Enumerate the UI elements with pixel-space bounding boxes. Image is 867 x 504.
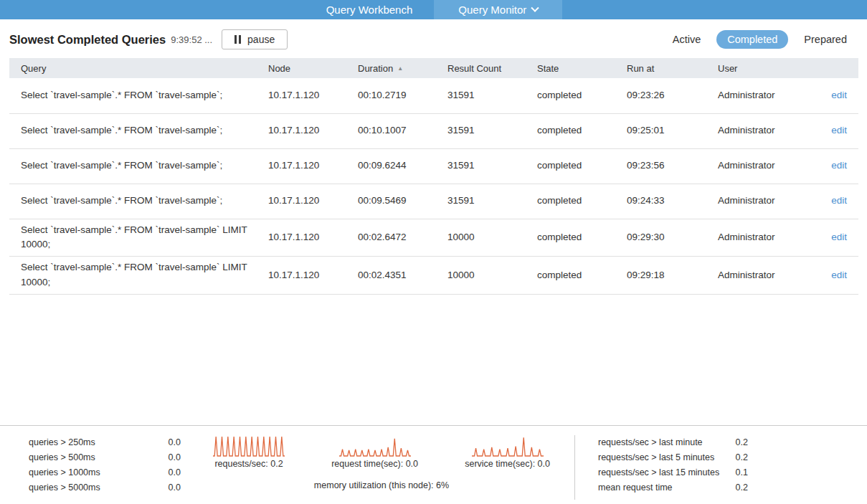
pause-button-label: pause <box>247 34 275 45</box>
column-header-query[interactable]: Query <box>9 58 257 78</box>
request-time-sparkline <box>339 435 411 457</box>
column-header-run-at[interactable]: Run at <box>615 58 706 78</box>
node-cell: 10.17.1.120 <box>257 148 346 184</box>
column-header-action <box>814 58 858 78</box>
stat-value: 0.2 <box>736 480 748 495</box>
sort-ascending-icon: ▲ <box>397 65 403 72</box>
service-time-chart: service time(sec): 0.0 <box>465 435 550 469</box>
requests-per-sec-sparkline <box>213 435 285 457</box>
table-row: Select `travel-sample`.* FROM `travel-sa… <box>9 148 858 184</box>
stat-label: queries > 250ms <box>29 435 95 450</box>
result-count-cell: 31591 <box>436 148 526 184</box>
column-header-result-count[interactable]: Result Count <box>436 58 526 78</box>
run-at-cell: 09:24:33 <box>615 184 706 219</box>
stat-value: 0.0 <box>169 465 181 480</box>
column-header-user[interactable]: User <box>706 58 814 78</box>
chevron-down-icon <box>531 4 539 11</box>
stat-row: requests/sec > last minute 0.2 <box>598 435 748 450</box>
stat-row: queries > 5000ms 0.0 <box>29 480 181 495</box>
filter-prepared[interactable]: Prepared <box>802 30 848 49</box>
result-count-cell: 31591 <box>436 78 526 113</box>
edit-link[interactable]: edit <box>831 160 847 171</box>
page-title: Slowest Completed Queries <box>9 33 166 47</box>
state-cell: completed <box>526 257 615 295</box>
run-at-cell: 09:23:26 <box>615 78 706 113</box>
duration-cell: 00:10.1007 <box>346 113 436 148</box>
stat-value: 0.1 <box>736 465 748 480</box>
user-cell: Administrator <box>706 257 814 295</box>
requests-per-sec-chart: requests/sec: 0.2 <box>213 435 285 469</box>
queries-table-wrapper: Query Node Duration▲ Result Count State … <box>9 58 858 295</box>
stat-label: requests/sec > last 15 minutes <box>598 465 719 480</box>
stat-value: 0.0 <box>169 480 181 495</box>
result-count-cell: 10000 <box>436 257 526 295</box>
edit-link[interactable]: edit <box>831 90 847 100</box>
column-header-state[interactable]: State <box>526 58 615 78</box>
tab-query-monitor[interactable]: Query Monitor <box>434 0 562 19</box>
stats-footer: queries > 250ms 0.0 queries > 500ms 0.0 … <box>0 425 867 504</box>
query-latency-stats: queries > 250ms 0.0 queries > 500ms 0.0 … <box>29 435 181 495</box>
stat-row: queries > 500ms 0.0 <box>29 450 181 465</box>
query-cell: Select `travel-sample`.* FROM `travel-sa… <box>9 148 257 184</box>
stat-row: mean request time 0.2 <box>598 480 748 495</box>
run-at-cell: 09:23:56 <box>615 148 706 184</box>
stat-value: 0.0 <box>169 435 181 450</box>
request-time-label: request time(sec): 0.0 <box>331 459 418 469</box>
stat-row: requests/sec > last 15 minutes 0.1 <box>598 465 748 480</box>
service-time-label: service time(sec): 0.0 <box>465 459 550 469</box>
request-rate-stats: requests/sec > last minute 0.2 requests/… <box>574 435 748 500</box>
sparkline-charts: requests/sec: 0.2 request time(sec): 0.0… <box>213 435 550 490</box>
user-cell: Administrator <box>706 219 814 257</box>
edit-link[interactable]: edit <box>831 195 847 206</box>
run-at-cell: 09:29:30 <box>615 219 706 257</box>
node-cell: 10.17.1.120 <box>257 257 346 295</box>
pause-icon <box>234 35 241 44</box>
duration-cell: 00:09.6244 <box>346 148 436 184</box>
requests-per-sec-label: requests/sec: 0.2 <box>214 459 283 469</box>
duration-cell: 00:09.5469 <box>346 184 436 219</box>
table-row: Select `travel-sample`.* FROM `travel-sa… <box>9 219 858 257</box>
query-state-filters: Active Completed Prepared <box>671 30 848 49</box>
filter-active[interactable]: Active <box>671 30 703 49</box>
pause-button[interactable]: pause <box>222 29 288 49</box>
node-cell: 10.17.1.120 <box>257 113 346 148</box>
result-count-cell: 31591 <box>436 113 526 148</box>
query-cell: Select `travel-sample`.* FROM `travel-sa… <box>9 219 257 257</box>
column-header-node[interactable]: Node <box>257 58 346 78</box>
edit-link[interactable]: edit <box>831 270 847 280</box>
table-row: Select `travel-sample`.* FROM `travel-sa… <box>9 257 858 295</box>
table-row: Select `travel-sample`.* FROM `travel-sa… <box>9 184 858 219</box>
top-nav-bar: Query Workbench Query Monitor <box>0 0 867 19</box>
user-cell: Administrator <box>706 78 814 113</box>
memory-utilization-text: memory utilization (this node): 6% <box>213 480 550 490</box>
page-header: Slowest Completed Queries 9:39:52 ... pa… <box>0 19 867 58</box>
table-row: Select `travel-sample`.* FROM `travel-sa… <box>9 78 858 113</box>
node-cell: 10.17.1.120 <box>257 184 346 219</box>
tab-query-monitor-label: Query Monitor <box>458 0 526 19</box>
service-time-sparkline <box>472 435 544 457</box>
node-cell: 10.17.1.120 <box>257 219 346 257</box>
duration-cell: 00:02.6472 <box>346 219 436 257</box>
query-cell: Select `travel-sample`.* FROM `travel-sa… <box>9 257 257 295</box>
run-at-cell: 09:25:01 <box>615 113 706 148</box>
stat-row: requests/sec > last 5 minutes 0.2 <box>598 450 748 465</box>
stat-label: queries > 5000ms <box>29 480 100 495</box>
result-count-cell: 31591 <box>436 184 526 219</box>
stat-value: 0.2 <box>736 435 748 450</box>
query-cell: Select `travel-sample`.* FROM `travel-sa… <box>9 78 257 113</box>
state-cell: completed <box>526 78 615 113</box>
node-cell: 10.17.1.120 <box>257 78 346 113</box>
column-header-duration[interactable]: Duration▲ <box>346 58 436 78</box>
tab-query-workbench-label: Query Workbench <box>326 0 413 19</box>
stat-label: queries > 1000ms <box>29 465 100 480</box>
stat-value: 0.0 <box>169 450 181 465</box>
stat-label: queries > 500ms <box>29 450 95 465</box>
edit-link[interactable]: edit <box>831 125 847 135</box>
state-cell: completed <box>526 148 615 184</box>
tab-query-workbench[interactable]: Query Workbench <box>305 0 435 19</box>
filter-completed[interactable]: Completed <box>716 30 788 49</box>
edit-link[interactable]: edit <box>831 232 847 242</box>
query-cell: Select `travel-sample`.* FROM `travel-sa… <box>9 113 257 148</box>
column-header-duration-label: Duration <box>358 63 393 74</box>
stat-row: queries > 250ms 0.0 <box>29 435 181 450</box>
